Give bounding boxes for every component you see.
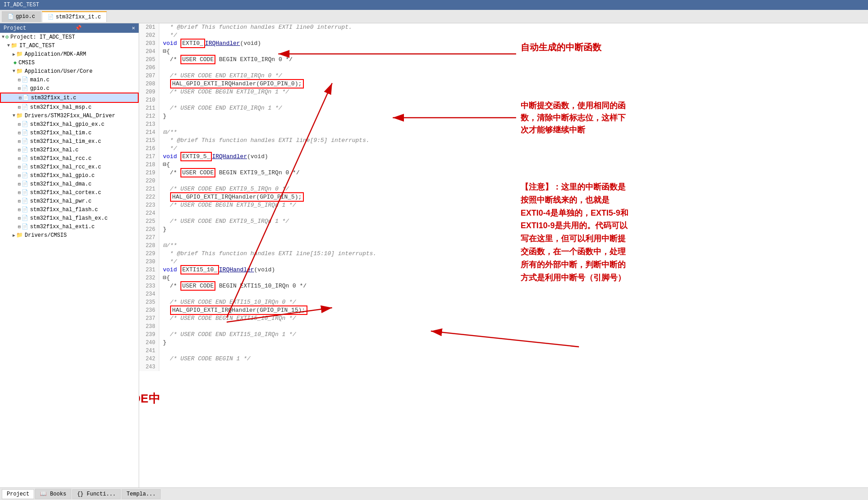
folder-icon: 📁 xyxy=(16,232,23,239)
main-container: IT_ADC_TEST 📄gpio.c 📄stm32f1xx_it.c Proj… xyxy=(0,0,868,500)
content-area: Project 📌 ✕ ▼ ⚙ Project: IT_ADC_TEST ▼ 📁… xyxy=(0,23,868,487)
tree-project-root[interactable]: ▼ ⚙ Project: IT_ADC_TEST xyxy=(0,33,139,41)
code-line-213: 213 xyxy=(139,120,868,128)
code-line-230: 230 */ xyxy=(139,258,868,266)
tree-gpio-c[interactable]: ⊞ 📄 gpio.c xyxy=(0,84,139,93)
expand-icon: ⊞ xyxy=(18,190,21,195)
sidebar-close[interactable]: ✕ xyxy=(132,25,135,31)
file-icon: 📄 xyxy=(22,181,28,187)
hal-cortex-label: stm32f1xx_hal_cortex.c xyxy=(30,190,101,196)
title-text: IT_ADC_TEST xyxy=(4,2,39,8)
code-line-224: 224 xyxy=(139,209,868,217)
tree-hal-cortex[interactable]: ⊞ 📄 stm32f1xx_hal_cortex.c xyxy=(0,188,139,197)
expand-icon: ⊞ xyxy=(18,130,21,136)
code-area: 201 * @brief This function handles EXTI … xyxy=(139,23,868,487)
app-user-core-label: Application/User/Core xyxy=(25,68,92,75)
file-icon: 📄 xyxy=(22,121,28,128)
file-icon: 📄 xyxy=(22,104,28,111)
folder-icon: 📁 xyxy=(16,68,23,75)
code-line-218: 218 ⊟{ xyxy=(139,161,868,169)
tree-hal-msp[interactable]: ⊞ 📄 stm32f1xx_hal_msp.c xyxy=(0,103,139,111)
code-line-229: 229 * @brief This function handles EXTI … xyxy=(139,250,868,258)
hal-dma-label: stm32f1xx_hal_dma.c xyxy=(30,181,92,187)
code-line-211: 211 /* USER CODE END EXTI0_IRQn 1 */ xyxy=(139,104,868,112)
hal-exti-label: stm32f1xx_hal_exti.c xyxy=(30,224,95,230)
tree-hal-rcc-ex[interactable]: ⊞ 📄 stm32f1xx_hal_rcc_ex.c xyxy=(0,163,139,171)
bottom-tab-templa[interactable]: Templa... xyxy=(122,489,161,499)
file-icon: 📄 xyxy=(22,94,29,101)
tree-hal-tim[interactable]: ⊞ 📄 stm32f1xx_hal_tim.c xyxy=(0,128,139,137)
cmsis-label: CMSIS xyxy=(18,60,35,66)
expand-icon: ⊞ xyxy=(18,216,21,221)
code-line-240: 240 } xyxy=(139,339,868,347)
code-line-219: 219 /* USER CODE BEGIN EXTI9_5_IRQn 0 */ xyxy=(139,169,868,177)
tree-app-mdk[interactable]: ▶ 📁 Application/MDK-ARM xyxy=(0,50,139,58)
code-line-239: 239 /* USER CODE END EXTI15_10_IRQn 1 */ xyxy=(139,331,868,339)
code-line-201: 201 * @brief This function handles EXTI … xyxy=(139,23,868,31)
code-editor[interactable]: 201 * @brief This function handles EXTI … xyxy=(139,23,868,487)
bottom-tab-project[interactable]: Project xyxy=(2,489,34,499)
code-line-214: 214 ⊟/** xyxy=(139,128,868,137)
tree-hal-c[interactable]: ⊞ 📄 stm32f1xx_hal.c xyxy=(0,146,139,154)
hal-pwr-label: stm32f1xx_hal_pwr.c xyxy=(30,198,92,204)
sidebar-pin[interactable]: 📌 xyxy=(75,25,82,31)
annotation-user-code-label: 中断代码写在USER CODE中 xyxy=(139,391,160,407)
tree-main-c[interactable]: ⊞ 📄 main.c xyxy=(0,75,139,84)
sidebar-title: Project 📌 ✕ xyxy=(0,23,139,33)
annotation-hal-func: 中断提交函数，使用相同的函数，清除中断标志位，这样下次才能够继续中断 xyxy=(521,100,727,136)
tree-hal-tim-ex[interactable]: ⊞ 📄 stm32f1xx_hal_tim_ex.c xyxy=(0,137,139,146)
tab-stm32f1xx-it[interactable]: 📄stm32f1xx_it.c xyxy=(42,11,107,22)
tree-hal-exti[interactable]: ⊞ 📄 stm32f1xx_hal_exti.c xyxy=(0,222,139,231)
hal-tim-ex-label: stm32f1xx_hal_tim_ex.c xyxy=(30,138,101,145)
expand-icon: ⊞ xyxy=(18,122,21,127)
expand-icon: ⊞ xyxy=(18,147,21,153)
file-icon: 📄 xyxy=(22,85,28,92)
bottom-tab-functi[interactable]: {} Functi... xyxy=(72,489,121,499)
hal-gpio-ex-label: stm32f1xx_hal_gpio_ex.c xyxy=(30,121,105,128)
code-line-236: 236 HAL_GPIO_EXTI_IRQHandler(GPIO_PIN_15… xyxy=(139,306,868,314)
expand-icon: ⊞ xyxy=(18,181,21,187)
tree-hal-flash[interactable]: ⊞ 📄 stm32f1xx_hal_flash.c xyxy=(0,205,139,214)
sidebar: Project 📌 ✕ ▼ ⚙ Project: IT_ADC_TEST ▼ 📁… xyxy=(0,23,139,487)
tree-app-user-core[interactable]: ▼ 📁 Application/User/Core xyxy=(0,67,139,75)
file-icon: 📄 xyxy=(22,223,28,230)
expand-icon: ▼ xyxy=(13,69,15,74)
expand-icon: ⊞ xyxy=(18,173,21,178)
tree-hal-rcc[interactable]: ⊞ 📄 stm32f1xx_hal_rcc.c xyxy=(0,154,139,163)
code-line-204: 204 ⊟{ xyxy=(139,48,868,56)
code-line-226: 226 } xyxy=(139,226,868,234)
project-icon: ⚙ xyxy=(5,34,9,40)
expand-icon: ⊞ xyxy=(18,77,21,83)
file-icon: 📄 xyxy=(22,198,28,204)
folder-icon: 📁 xyxy=(16,112,23,119)
code-line-202: 202 */ xyxy=(139,31,868,40)
tree-hal-flash-ex[interactable]: ⊞ 📄 stm32f1xx_hal_flash_ex.c xyxy=(0,214,139,222)
tree-hal-dma[interactable]: ⊞ 📄 stm32f1xx_hal_dma.c xyxy=(0,180,139,188)
tree-cmsis[interactable]: ◆ CMSIS xyxy=(0,58,139,67)
code-line-216: 216 */ xyxy=(139,145,868,153)
file-icon: 📄 xyxy=(22,138,28,145)
code-line-241: 241 xyxy=(139,347,868,355)
main-c-label: main.c xyxy=(30,77,49,83)
tree-drivers-stm32[interactable]: ▼ 📁 Drivers/STM32F1xx_HAL_Driver xyxy=(0,111,139,120)
tree-hal-gpio[interactable]: ⊞ 📄 stm32f1xx_hal_gpio.c xyxy=(0,171,139,180)
gpio-c-label: gpio.c xyxy=(30,85,49,92)
code-line-242: 242 /* USER CODE BEGIN 1 */ xyxy=(139,355,868,363)
tree-hal-pwr[interactable]: ⊞ 📄 stm32f1xx_hal_pwr.c xyxy=(0,197,139,205)
hal-c-label: stm32f1xx_hal.c xyxy=(30,147,79,153)
code-line-205: 205 /* USER CODE BEGIN EXTI0_IRQn 0 */ xyxy=(139,56,868,64)
tree-stm32f1xx-it-c[interactable]: ⊞ 📄 stm32f1xx_it.c xyxy=(0,93,139,103)
expand-icon: ⊞ xyxy=(18,164,21,170)
bottom-tab-books[interactable]: 📖 Books xyxy=(35,489,71,499)
code-line-223: 223 /* USER CODE BEGIN EXTI9_5_IRQn 1 */ xyxy=(139,201,868,209)
hal-tim-label: stm32f1xx_hal_tim.c xyxy=(30,130,92,136)
file-icon: 📄 xyxy=(22,76,28,83)
code-line-217: 217 void EXTI9_5_IRQHandler(void) xyxy=(139,153,868,161)
tree-it-adc-test[interactable]: ▼ 📁 IT_ADC_TEST xyxy=(0,41,139,50)
file-icon: 📄 xyxy=(22,155,28,162)
expand-icon: ⊞ xyxy=(19,95,22,101)
code-line-243: 243 xyxy=(139,363,868,371)
tree-hal-gpio-ex[interactable]: ⊞ 📄 stm32f1xx_hal_gpio_ex.c xyxy=(0,120,139,128)
tab-gpio[interactable]: 📄gpio.c xyxy=(2,11,41,22)
tree-drivers-cmsis[interactable]: ▶ 📁 Drivers/CMSIS xyxy=(0,231,139,239)
